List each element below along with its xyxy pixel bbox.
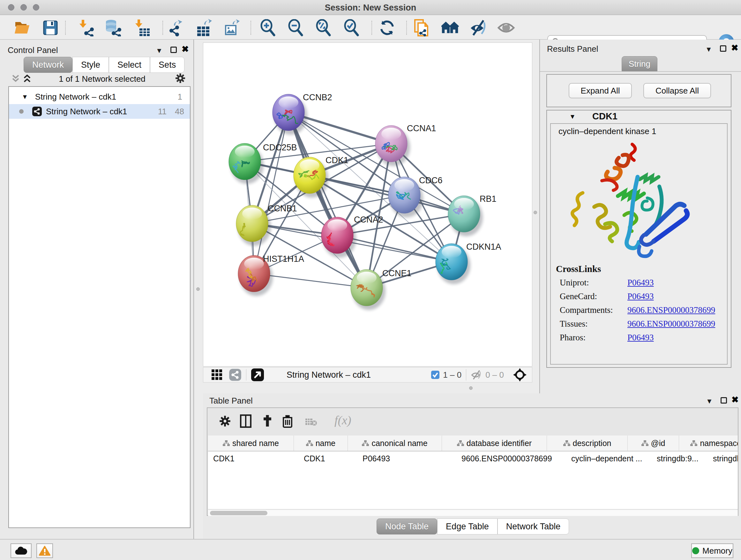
add-column-icon[interactable] [261, 415, 274, 427]
results-panel-close-icon[interactable]: ✖ [731, 43, 738, 53]
network-collection-row[interactable]: ▼ String Network – cdk1 1 [9, 89, 190, 104]
memory-button[interactable]: Memory [691, 543, 733, 558]
tab-edge-table[interactable]: Edge Table [437, 518, 497, 535]
network-node-ccnb2[interactable]: CCNB2 [273, 92, 332, 135]
collection-expand-icon[interactable]: ▼ [22, 93, 28, 101]
tab-select[interactable]: Select [109, 57, 150, 73]
cloud-button[interactable] [10, 543, 31, 558]
export-image-icon[interactable] [222, 19, 240, 37]
table-panel-close-icon[interactable]: ✖ [731, 395, 739, 405]
expand-all-button[interactable]: Expand All [569, 83, 632, 98]
column-header-canonical-name[interactable]: canonical name [348, 435, 442, 451]
table-panel-menu-icon[interactable]: ▼ [706, 397, 713, 406]
selected-count: 1 – 0 [443, 370, 461, 380]
import-network-file-icon[interactable] [77, 19, 95, 37]
warning-button[interactable] [37, 543, 53, 558]
node-label: CCNA1 [407, 124, 436, 133]
network-node-cdc25b[interactable]: CDC25B [229, 143, 297, 184]
left-splitter-handle[interactable] [196, 287, 200, 291]
results-panel-menu-icon[interactable]: ▼ [705, 45, 712, 54]
tab-style[interactable]: Style [72, 57, 109, 73]
network-node-rb1[interactable]: RB1 [448, 194, 496, 236]
scrollbar-thumb[interactable] [210, 511, 267, 515]
protein-detail-box: cyclin–dependent kinase 1 [550, 123, 728, 365]
zoom-selected-icon[interactable] [343, 19, 360, 37]
network-share-icon[interactable] [229, 368, 242, 381]
crosslink-label: GeneCard: [560, 292, 597, 301]
network-node-hist1h1a[interactable]: HIST1H1A [238, 254, 304, 296]
column-header-description[interactable]: description [547, 435, 628, 451]
crosslink-value[interactable]: 9606.ENSP00000378699 [627, 305, 715, 315]
column-header-namespace[interactable]: namespace [679, 435, 738, 451]
horizontal-scrollbar[interactable] [208, 509, 738, 516]
network-row[interactable]: String Network – cdk1 11 48 [9, 104, 190, 119]
network-node-ccne1[interactable]: CCNE1 [351, 268, 412, 310]
zoom-out-icon[interactable] [287, 19, 305, 37]
table-cell[interactable]: CDK1 [208, 451, 299, 465]
selected-checkbox-icon[interactable] [431, 370, 440, 379]
tab-network[interactable]: Network [23, 57, 72, 73]
open-session-icon[interactable] [13, 19, 31, 37]
network-node-ccna2[interactable]: CCNA2 [321, 215, 383, 258]
expand-all-networks-icon[interactable] [22, 74, 32, 84]
results-panel-float-icon[interactable] [720, 45, 726, 52]
crosslink-value[interactable]: P06493 [627, 292, 654, 301]
tab-sets[interactable]: Sets [150, 57, 185, 73]
fit-crosshair-icon[interactable] [513, 368, 527, 382]
network-node-ccna1[interactable]: CCNA1 [375, 124, 436, 166]
column-header-shared-name[interactable]: shared name [208, 435, 294, 451]
crosslink-value[interactable]: P06493 [627, 278, 654, 288]
collapse-all-button[interactable]: Collapse All [643, 83, 711, 98]
collapse-all-networks-icon[interactable] [11, 74, 20, 84]
refresh-layout-icon[interactable] [378, 19, 396, 37]
crosslink-value[interactable]: 9606.ENSP00000378699 [627, 319, 715, 329]
crosslink-label: Uniprot: [560, 278, 589, 288]
tab-network-table[interactable]: Network Table [497, 518, 569, 535]
protein-collapse-icon[interactable]: ▼ [569, 113, 576, 120]
show-columns-icon[interactable] [240, 415, 252, 428]
network-graph[interactable]: CCNB2CCNA1CDC25BCDK1CDC6RB1CCNB1CCNA2CDK… [203, 43, 532, 366]
crosslink-row: Pharos:P06493 [560, 333, 719, 347]
export-table-icon[interactable] [194, 19, 212, 37]
table-cell[interactable]: stringdb [708, 451, 738, 465]
open-in-window-icon[interactable] [251, 368, 264, 381]
column-header-database-identifier[interactable]: database identifier [442, 435, 547, 451]
column-header--id[interactable]: @id [628, 435, 679, 451]
tab-node-table[interactable]: Node Table [377, 518, 437, 535]
table-row[interactable]: CDK1CDK1P064939606.ENSP00000378699cyclin… [208, 451, 738, 465]
node-label: CCNA2 [354, 215, 383, 225]
table-cell[interactable]: CDK1 [299, 451, 357, 465]
import-network-database-icon[interactable] [104, 19, 122, 37]
column-header-name[interactable]: name [294, 435, 348, 451]
control-panel-menu-icon[interactable]: ▼ [156, 47, 163, 55]
birds-eye-grid-icon[interactable] [211, 369, 223, 381]
control-panel-float-icon[interactable] [171, 47, 177, 53]
home-networks-icon[interactable] [441, 19, 459, 37]
hide-glass-eye-icon[interactable] [469, 19, 487, 37]
table-cell[interactable]: cyclin–dependent ... [566, 451, 652, 465]
table-cell[interactable]: 9606.ENSP00000378699 [456, 451, 566, 465]
network-node-cdk1[interactable]: CDK1 [293, 155, 348, 198]
copy-style-icon[interactable] [413, 19, 431, 37]
tab-string[interactable]: String [622, 56, 657, 71]
crosslink-value[interactable]: P06493 [627, 333, 654, 343]
bottom-splitter-handle[interactable] [469, 386, 473, 390]
import-table-file-icon[interactable] [133, 19, 151, 37]
table-gear-icon[interactable] [219, 415, 231, 427]
delete-column-icon[interactable] [282, 415, 293, 428]
table-cell[interactable]: stringdb:9... [652, 451, 708, 465]
table-cell[interactable]: P06493 [357, 451, 456, 465]
node-label: CCNE1 [382, 268, 412, 278]
network-canvas[interactable]: CCNB2CCNA1CDC25BCDK1CDC6RB1CCNB1CCNA2CDK… [203, 43, 532, 367]
right-splitter-handle[interactable] [534, 211, 537, 214]
table-panel-float-icon[interactable] [721, 397, 727, 403]
zoom-fit-icon[interactable] [315, 19, 333, 37]
show-eye-icon[interactable] [497, 19, 515, 37]
node-label: RB1 [480, 194, 496, 204]
zoom-in-icon[interactable] [259, 19, 277, 37]
control-panel-close-icon[interactable]: ✖ [182, 44, 189, 54]
export-network-icon[interactable] [166, 19, 185, 37]
network-options-gear-icon[interactable] [175, 73, 186, 85]
network-node-cdkn1a[interactable]: CDKN1A [435, 242, 501, 284]
save-session-icon[interactable] [42, 19, 59, 37]
